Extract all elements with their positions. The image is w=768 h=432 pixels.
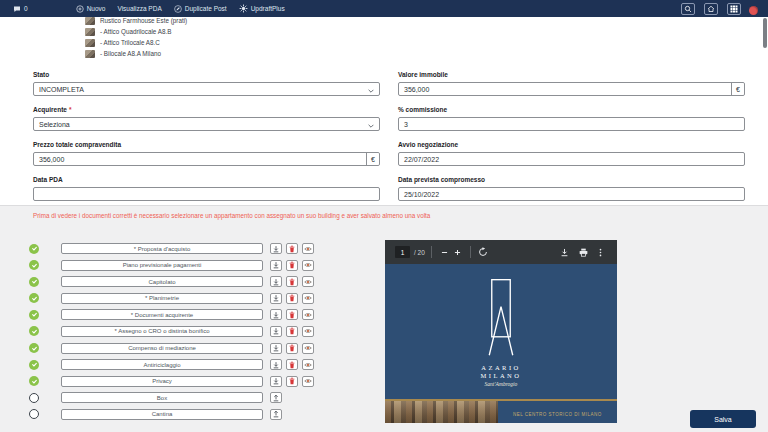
form-field: Data prevista compromesso 25/10/2022 xyxy=(398,176,745,201)
download-pdf-button[interactable] xyxy=(558,246,571,259)
check-circle-icon xyxy=(29,360,39,370)
download-document-button[interactable] xyxy=(270,376,282,387)
pdf-viewer: 1 / 20 AZARIO MILANO Sant'Ambr xyxy=(385,240,617,423)
print-button[interactable] xyxy=(577,246,590,259)
field-input[interactable]: Seleziona xyxy=(33,117,380,131)
field-input[interactable]: 22/07/2022 xyxy=(398,152,745,166)
list-item[interactable]: - Bilocale A8.A Milano xyxy=(85,48,187,59)
view-document-button[interactable] xyxy=(302,309,314,320)
apps-button[interactable] xyxy=(727,3,741,15)
updraftplus-button[interactable]: UpdraftPlus xyxy=(239,4,285,13)
field-label: Valore immobile xyxy=(398,71,745,78)
delete-document-button[interactable] xyxy=(286,260,298,271)
delete-document-button[interactable] xyxy=(286,326,298,337)
delete-document-button[interactable] xyxy=(286,376,298,387)
view-document-button[interactable] xyxy=(302,260,314,271)
view-document-button[interactable] xyxy=(302,376,314,387)
field-input[interactable]: 356,000€ xyxy=(398,82,745,96)
delete-document-button[interactable] xyxy=(286,359,298,370)
document-name-input[interactable] xyxy=(61,293,263,304)
eye-icon xyxy=(304,377,312,385)
upload-document-button[interactable] xyxy=(270,392,282,403)
document-name-input[interactable] xyxy=(61,326,263,337)
upload-document-button[interactable] xyxy=(270,409,282,420)
field-input[interactable]: 356,000€ xyxy=(33,152,380,166)
document-row xyxy=(29,260,314,271)
view-document-button[interactable] xyxy=(302,343,314,354)
view-document-button[interactable] xyxy=(302,359,314,370)
eye-icon xyxy=(304,245,312,253)
document-name-input[interactable] xyxy=(61,343,263,354)
trash-icon xyxy=(288,278,296,286)
download-document-button[interactable] xyxy=(270,293,282,304)
chevron-down-icon xyxy=(368,87,374,94)
field-input[interactable]: 3 xyxy=(398,117,745,131)
download-document-button[interactable] xyxy=(270,359,282,370)
field-input[interactable] xyxy=(33,187,380,201)
home-button[interactable] xyxy=(704,3,718,15)
download-document-button[interactable] xyxy=(270,260,282,271)
print-icon xyxy=(579,245,588,260)
zoom-reset-button[interactable] xyxy=(477,246,490,259)
download-document-button[interactable] xyxy=(270,309,282,320)
zoom-in-button[interactable] xyxy=(451,246,464,259)
document-name-input[interactable] xyxy=(61,309,263,320)
pdf-page[interactable]: AZARIO MILANO Sant'Ambrogio NEL CENTRO S… xyxy=(385,264,617,423)
page-count-label: / 20 xyxy=(414,249,425,256)
delete-document-button[interactable] xyxy=(286,293,298,304)
new-button[interactable]: Nuovo xyxy=(76,5,106,13)
notification-badge[interactable] xyxy=(749,6,758,15)
list-item[interactable]: - Attico Quadrilocale A8.B xyxy=(85,26,187,37)
form-field: Prezzo totale compravendita 356,000€ xyxy=(33,141,380,166)
warning-text: Prima di vedere i documenti corretti è n… xyxy=(33,212,430,219)
view-document-button[interactable] xyxy=(302,326,314,337)
visualizza-pda-button[interactable]: Visualizza PDA xyxy=(117,5,161,12)
download-document-button[interactable] xyxy=(270,326,282,337)
view-document-button[interactable] xyxy=(302,243,314,254)
form-field: Acquirente* Seleziona xyxy=(33,106,380,131)
comments-button[interactable]: 0 xyxy=(13,5,28,13)
field-input[interactable]: INCOMPLETA xyxy=(33,82,380,96)
view-document-button[interactable] xyxy=(302,276,314,287)
delete-document-button[interactable] xyxy=(286,276,298,287)
document-name-input[interactable] xyxy=(61,276,263,287)
field-input[interactable]: 25/10/2022 xyxy=(398,187,745,201)
document-name-input[interactable] xyxy=(61,359,263,370)
trash-icon xyxy=(288,294,296,302)
document-name-input[interactable] xyxy=(61,376,263,387)
delete-document-button[interactable] xyxy=(286,243,298,254)
save-button[interactable]: Salva xyxy=(690,410,756,428)
field-label: Data prevista compromesso xyxy=(398,176,745,183)
field-label: Stato xyxy=(33,71,380,78)
duplicate-post-button[interactable]: Duplicate Post xyxy=(174,5,227,13)
search-button[interactable] xyxy=(681,3,695,15)
view-document-button[interactable] xyxy=(302,293,314,304)
document-name-input[interactable] xyxy=(61,409,263,420)
check-circle-icon xyxy=(29,260,39,270)
document-name-input[interactable] xyxy=(61,243,263,254)
zoom-out-button[interactable] xyxy=(438,246,451,259)
field-label: Avvio negoziazione xyxy=(398,141,745,148)
document-name-input[interactable] xyxy=(61,260,263,271)
check-circle-icon xyxy=(29,293,39,303)
eye-icon xyxy=(304,361,312,369)
plus-circle-icon xyxy=(76,5,84,13)
delete-document-button[interactable] xyxy=(286,343,298,354)
more-options-button[interactable] xyxy=(594,246,607,259)
trash-icon xyxy=(288,261,296,269)
download-document-button[interactable] xyxy=(270,343,282,354)
brand-script: Sant'Ambrogio xyxy=(385,381,617,387)
download-document-button[interactable] xyxy=(270,276,282,287)
page-number-input[interactable]: 1 xyxy=(395,246,410,258)
empty-circle-icon xyxy=(29,393,39,403)
document-name-input[interactable] xyxy=(61,392,263,403)
delete-document-button[interactable] xyxy=(286,309,298,320)
field-label: Acquirente* xyxy=(33,106,380,113)
upload-icon xyxy=(272,410,280,418)
grid-icon xyxy=(730,1,738,16)
currency-suffix: € xyxy=(366,153,379,165)
list-item[interactable]: - Attico Trilocale A8.C xyxy=(85,37,187,48)
scrollbar[interactable] xyxy=(763,18,767,48)
download-document-button[interactable] xyxy=(270,243,282,254)
document-row xyxy=(29,309,314,320)
